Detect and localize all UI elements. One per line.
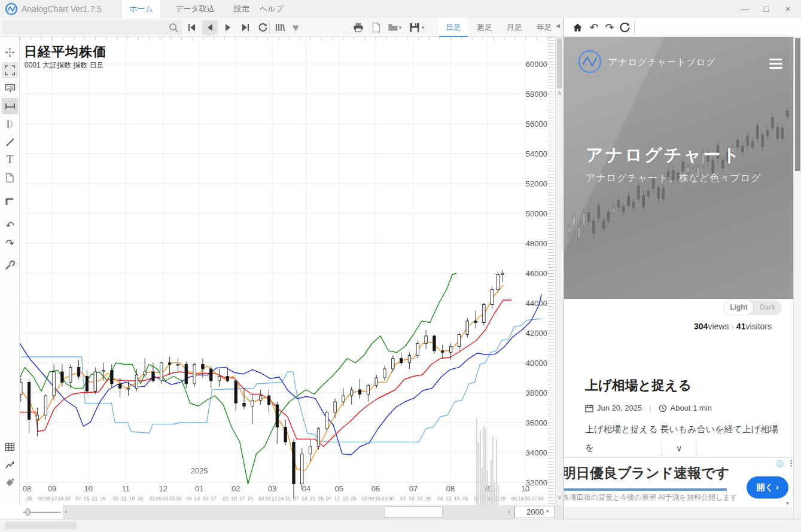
ad-choices-icon[interactable]: ⋮ xyxy=(787,458,793,467)
svg-text:03: 03 xyxy=(223,496,229,502)
svg-text:17: 17 xyxy=(51,496,57,502)
svg-text:23: 23 xyxy=(382,496,388,502)
settings-wrench-icon[interactable] xyxy=(2,257,18,273)
ad-open-button[interactable]: 開く › xyxy=(747,476,788,499)
blog-scrollbar-thumb[interactable] xyxy=(795,38,800,171)
chart-area[interactable]: 3200034000360003800040000420004400046000… xyxy=(20,37,555,505)
skip-to-end-button[interactable] xyxy=(237,20,253,35)
menu-tab-help[interactable]: ヘルプ xyxy=(257,0,286,18)
favorite-heart-icon[interactable]: ♥ xyxy=(288,20,303,35)
svg-text:28: 28 xyxy=(318,496,324,502)
svg-text:26: 26 xyxy=(26,496,32,502)
library-icon[interactable] xyxy=(272,20,288,35)
next-button[interactable] xyxy=(220,20,236,35)
period-tab-yearly[interactable]: 年足 xyxy=(531,18,558,37)
svg-text:29: 29 xyxy=(500,496,506,502)
menu-tab-settings[interactable]: 設定 xyxy=(229,0,255,18)
chart-horizontal-scroll-row: ‹ › 2000 ▾ xyxy=(0,505,563,519)
corner-angle-tool[interactable] xyxy=(2,194,18,210)
hamburger-menu-icon[interactable] xyxy=(769,59,782,71)
svg-text:48000: 48000 xyxy=(526,239,547,248)
close-button[interactable]: × xyxy=(779,2,796,16)
ad-banner[interactable]: ⓘ ⋮ 明日優良ブランド速報です 株価回復の背景と今後の展望 AI予測を無料公開… xyxy=(564,457,793,507)
svg-text:09: 09 xyxy=(48,484,56,493)
visitors-count: 41 xyxy=(736,322,746,331)
home-icon[interactable] xyxy=(570,21,584,34)
svg-text:10: 10 xyxy=(265,496,271,502)
horizontal-scrollbar-track[interactable] xyxy=(63,505,514,519)
print-button[interactable] xyxy=(351,20,366,35)
browser-back-icon[interactable]: ↶ xyxy=(587,21,601,34)
main-toolbar: ♥ ▾ ▾ 日足 週足 月足 年足 ◀ xyxy=(0,18,563,37)
search-input[interactable] xyxy=(2,20,182,35)
svg-text:30: 30 xyxy=(65,496,71,502)
crosshair-tool[interactable] xyxy=(2,44,18,60)
svg-text:05: 05 xyxy=(334,484,343,493)
horizontal-measure-tool[interactable] xyxy=(2,98,18,114)
ad-info-icon[interactable]: ⓘ xyxy=(776,459,784,469)
svg-text:02: 02 xyxy=(232,484,240,493)
skip-to-start-button[interactable] xyxy=(184,20,200,35)
expand-article-button[interactable]: ∨ xyxy=(662,440,696,458)
scroll-left-icon[interactable]: ‹ xyxy=(65,507,67,516)
blog-scrollbar[interactable] xyxy=(793,37,801,519)
period-tab-weekly[interactable]: 週足 xyxy=(471,18,498,37)
undo-icon[interactable]: ↶ xyxy=(2,218,18,234)
svg-text:19: 19 xyxy=(342,496,348,502)
menu-tab-data-import[interactable]: データ取込 xyxy=(172,0,218,18)
horizontal-scrollbar-thumb[interactable] xyxy=(385,506,443,518)
ad-headline[interactable]: 明日優良ブランド速報です xyxy=(564,464,729,482)
zigzag-line-icon[interactable] xyxy=(2,457,18,473)
collapse-panel-icon[interactable]: ◀ xyxy=(556,23,560,29)
text-tool[interactable]: T xyxy=(2,152,18,168)
redo-icon[interactable]: ↷ xyxy=(2,236,18,252)
theme-toggle-light[interactable]: Light xyxy=(724,300,753,315)
svg-text:31: 31 xyxy=(285,496,291,502)
prev-button[interactable] xyxy=(202,20,218,35)
svg-text:20: 20 xyxy=(525,496,531,502)
period-tab-monthly[interactable]: 月足 xyxy=(501,18,528,37)
blog-panel: アナログチャートブログ アナログチャート アナログチャート、株など色々ブログ L… xyxy=(564,37,793,519)
browser-forward-icon[interactable]: ↷ xyxy=(602,21,617,34)
svg-text:09: 09 xyxy=(45,496,51,502)
scroll-right-icon[interactable]: › xyxy=(508,507,510,516)
maximize-button[interactable]: □ xyxy=(758,2,775,16)
svg-text:40000: 40000 xyxy=(526,359,547,368)
select-region-tool[interactable] xyxy=(2,62,18,78)
period-tab-daily[interactable]: 日足 xyxy=(439,18,468,37)
browser-refresh-icon[interactable] xyxy=(618,21,632,34)
zoom-slider-thumb[interactable] xyxy=(25,508,31,516)
svg-text:07: 07 xyxy=(326,496,332,502)
ad-subtext: 株価回復の背景と今後の展望 AI予測を無料公開します xyxy=(564,493,738,503)
note-page-tool[interactable] xyxy=(2,170,18,186)
svg-text:24: 24 xyxy=(58,496,64,502)
vertical-scrollbar-thumb[interactable] xyxy=(557,38,562,88)
paint-bucket-icon[interactable] xyxy=(2,475,18,491)
blog-site-title[interactable]: アナログチャートブログ xyxy=(608,57,716,68)
panel-footer-area xyxy=(564,507,793,519)
menu-tab-home[interactable]: ホーム xyxy=(122,0,160,18)
trend-line-tool[interactable] xyxy=(2,134,18,150)
theme-toggle[interactable]: Light Dark xyxy=(724,300,782,315)
svg-text:07: 07 xyxy=(293,496,299,502)
vertical-marker-tool[interactable] xyxy=(2,116,18,132)
title-bar: AnalogChart Ver1.7.5 ホーム データ取込 設定 ヘルプ — … xyxy=(0,0,801,18)
new-document-button[interactable] xyxy=(368,20,384,35)
svg-text:07: 07 xyxy=(75,496,81,502)
minimize-button[interactable]: — xyxy=(736,2,753,16)
ad-collapse-caret-icon[interactable]: ▾ xyxy=(786,500,789,506)
price-chart[interactable]: 3200034000360003800040000420004400046000… xyxy=(20,37,555,505)
svg-text:12: 12 xyxy=(446,496,452,502)
save-dropdown-icon[interactable]: ▾ xyxy=(419,20,427,35)
theme-toggle-dark[interactable]: Dark xyxy=(753,300,782,315)
refresh-button[interactable] xyxy=(255,20,270,35)
svg-text:02: 02 xyxy=(38,496,44,502)
svg-text:14: 14 xyxy=(409,496,415,502)
open-folder-dropdown-icon[interactable]: ▾ xyxy=(397,20,404,35)
article-title[interactable]: 上げ相場と捉える xyxy=(585,377,692,395)
svg-text:24: 24 xyxy=(278,496,284,502)
value-label-tool[interactable]: 123 xyxy=(2,80,18,96)
data-table-icon[interactable] xyxy=(2,439,18,455)
svg-text:56000: 56000 xyxy=(526,120,547,129)
chart-vertical-scrollbar[interactable]: ∧ ∨ xyxy=(555,37,563,505)
